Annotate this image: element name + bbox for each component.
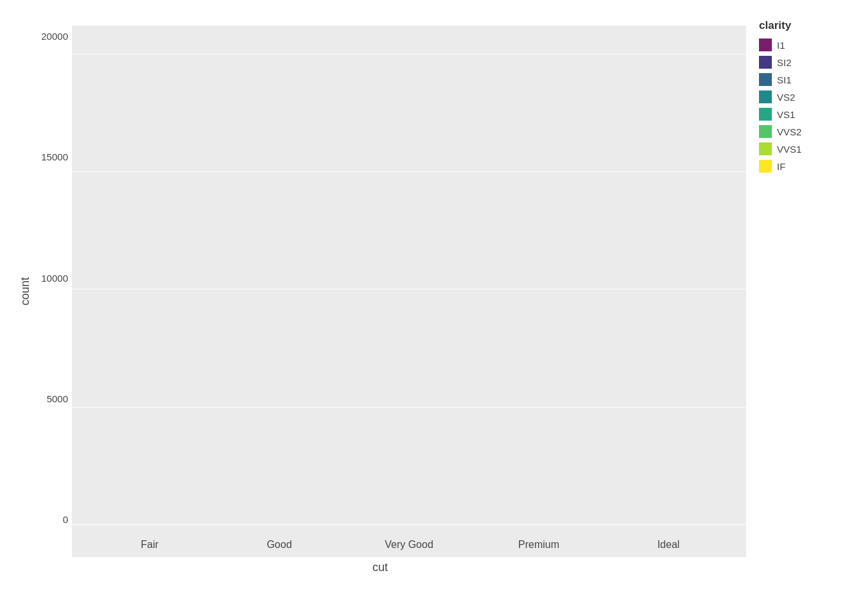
legend-label: VS1 xyxy=(777,109,795,120)
y-tick: 10000 xyxy=(41,273,72,284)
x-label: Ideal xyxy=(630,539,707,551)
plot-with-yaxis: 05000100001500020000 FairGoodVery GoodPr… xyxy=(33,26,746,557)
grid-line xyxy=(72,524,746,525)
x-axis-label: cut xyxy=(14,557,746,578)
legend-item-if: IF xyxy=(759,160,849,173)
legend-swatch xyxy=(759,38,772,51)
legend-item-vs2: VS2 xyxy=(759,90,849,103)
chart-wrapper: count 05000100001500020000 FairGoodVery … xyxy=(14,13,849,603)
y-ticks: 05000100001500020000 xyxy=(33,26,72,557)
x-labels: FairGoodVery GoodPremiumIdeal xyxy=(72,539,746,551)
plot-region: FairGoodVery GoodPremiumIdeal xyxy=(72,26,746,557)
grid-line xyxy=(72,407,746,407)
y-tick: 15000 xyxy=(41,151,72,162)
y-tick: 0 xyxy=(63,514,72,525)
legend-swatch xyxy=(759,73,772,86)
x-label: Very Good xyxy=(370,539,448,551)
x-label: Good xyxy=(241,539,318,551)
legend-swatch xyxy=(759,142,772,155)
legend-item-si1: SI1 xyxy=(759,73,849,86)
grid-line xyxy=(72,171,746,172)
legend-label: SI1 xyxy=(777,74,792,85)
bars-area xyxy=(72,31,746,525)
legend-swatch xyxy=(759,108,772,121)
legend-swatch xyxy=(759,125,772,138)
grid-line xyxy=(72,54,746,55)
y-tick: 5000 xyxy=(47,393,72,404)
plot-region-wrapper: count 05000100001500020000 FairGoodVery … xyxy=(14,26,746,557)
legend-label: VVS1 xyxy=(777,144,801,155)
legend: clarity I1SI2SI1VS2VS1VVS2VVS1IF xyxy=(746,13,849,177)
legend-item-si2: SI2 xyxy=(759,56,849,69)
legend-item-vs1: VS1 xyxy=(759,108,849,121)
y-axis-label: count xyxy=(14,26,33,557)
legend-swatch xyxy=(759,56,772,69)
legend-label: VVS2 xyxy=(777,126,801,137)
legend-title: clarity xyxy=(759,19,849,32)
legend-item-vvs2: VVS2 xyxy=(759,125,849,138)
legend-item-vvs1: VVS1 xyxy=(759,142,849,155)
legend-swatch xyxy=(759,90,772,103)
legend-label: VS2 xyxy=(777,92,795,103)
legend-label: I1 xyxy=(777,40,785,51)
grid-line xyxy=(72,289,746,289)
legend-label: SI2 xyxy=(777,57,792,68)
y-tick: 20000 xyxy=(41,31,72,42)
legend-swatch xyxy=(759,160,772,173)
chart-area: count 05000100001500020000 FairGoodVery … xyxy=(14,13,746,603)
chart-container: count 05000100001500020000 FairGoodVery … xyxy=(0,0,863,616)
x-label: Premium xyxy=(500,539,577,551)
legend-item-i1: I1 xyxy=(759,38,849,51)
legend-label: IF xyxy=(777,161,785,172)
x-label: Fair xyxy=(111,539,188,551)
